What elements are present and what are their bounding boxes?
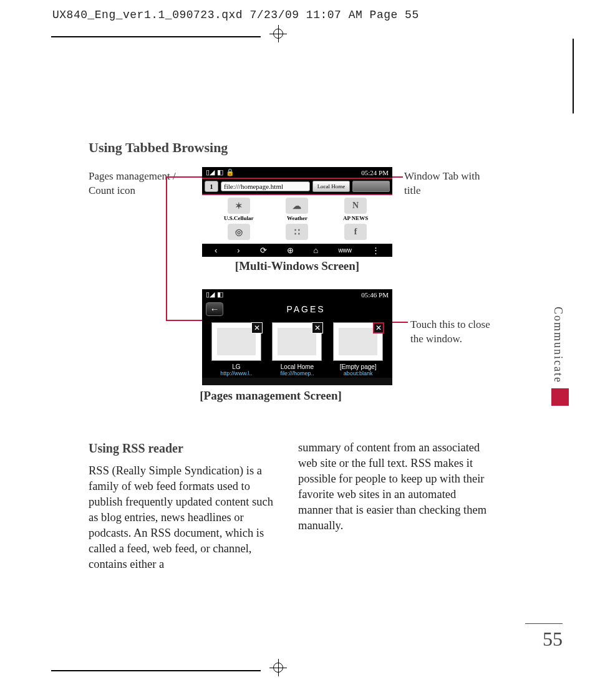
thumb-url: file:///homep.. [272, 370, 322, 376]
star-icon: ✶ [228, 198, 250, 214]
nav-back-icon[interactable]: ‹ [215, 246, 217, 255]
side-tab-label: Communicate [551, 304, 564, 386]
status-clock: 05:24 PM [361, 169, 389, 176]
facebook-icon: f [344, 224, 367, 240]
subsection-heading: Using RSS reader [89, 440, 282, 457]
page-number: 55 [525, 623, 563, 651]
thumb-url: about:blank [333, 370, 383, 376]
zoom-icon[interactable]: ⊕ [287, 246, 294, 255]
multi-windows-screenshot: ▯◢◧🔒 05:24 PM 1 file:///homepage.html Lo… [202, 167, 392, 256]
home-tile[interactable]: ∷ [269, 224, 326, 241]
thumb-url: http://www.l.. [211, 370, 261, 376]
nav-forward-icon[interactable]: › [237, 246, 239, 255]
thumb-title: LG [211, 363, 261, 370]
home-tile[interactable]: f [327, 224, 384, 241]
status-clock: 05:46 PM [361, 291, 389, 299]
section-side-tab: Communicate [551, 304, 569, 406]
pages-title: PAGES [223, 304, 389, 314]
crop-marks-top [51, 29, 570, 44]
weather-icon: ☁ [286, 198, 308, 214]
thumb-title: [Empty page] [333, 363, 383, 370]
caption-multi-windows: [Multi-Windows Screen] [202, 259, 392, 273]
status-icons: ▯◢◧🔒 [206, 168, 237, 176]
window-tab-active[interactable]: Local Home [312, 181, 350, 192]
page-thumb[interactable]: ✕ [Empty page]about:blank [333, 322, 383, 376]
tile-label: U.S.Cellular [224, 215, 254, 221]
menu-icon[interactable]: ⋮ [372, 246, 380, 255]
page-count-button[interactable]: 1 [205, 181, 218, 192]
browser-toolbar: ‹ › ⟳ ⊕ ⌂ www ⋮ [202, 244, 392, 257]
pages-management-screenshot: ▯◢◧ 05:46 PM ← PAGES ✕ LGhttp://www.l.. [202, 289, 392, 385]
registration-target-icon [269, 25, 287, 42]
close-icon[interactable]: ✕ [373, 322, 384, 333]
home-tile[interactable]: NAP NEWS [327, 198, 384, 221]
tile-label: Weather [287, 215, 307, 221]
callout-line [166, 320, 203, 321]
callout-line [166, 176, 203, 178]
callout-line [166, 176, 167, 320]
generic-icon: ◎ [228, 224, 250, 240]
callout-line [390, 176, 403, 178]
body-paragraph: RSS (Really Simple Syndication) is a fam… [89, 463, 282, 572]
crop-mark-right [573, 39, 574, 113]
status-icons: ▯◢◧ [206, 290, 226, 299]
back-button[interactable]: ← [206, 302, 223, 316]
thumb-title: Local Home [272, 363, 322, 370]
news-icon: N [344, 198, 367, 214]
print-job-header: UX840_Eng_ver1.1_090723.qxd 7/23/09 11:0… [52, 9, 583, 21]
caption-pages-mgmt: [Pages management Screen] [165, 389, 377, 403]
callout-pages-mgmt: Pages management / Count icon [89, 170, 182, 198]
home-tile[interactable]: ✶U.S.Cellular [211, 198, 267, 221]
tile-label: AP NEWS [343, 215, 368, 221]
side-tab-indicator [551, 388, 569, 406]
callout-window-tab: Window Tab with title [404, 170, 498, 198]
body-paragraph: summary of content from an associated we… [298, 440, 491, 534]
crop-marks-bottom [51, 663, 570, 680]
home-tile[interactable]: ☁Weather [269, 198, 326, 221]
close-icon[interactable]: ✕ [312, 322, 323, 333]
reload-icon[interactable]: ⟳ [260, 246, 267, 255]
page-thumb[interactable]: ✕ Local Homefile:///homep.. [272, 322, 322, 376]
window-tab-blank[interactable] [352, 181, 390, 192]
home-grid: ✶U.S.Cellular ☁Weather NAP NEWS ◎ ∷ f [202, 195, 392, 244]
callout-close-window: Touch this to close the window. [410, 318, 504, 347]
home-tile[interactable]: ◎ [211, 224, 267, 241]
generic-icon: ∷ [286, 224, 308, 240]
home-icon[interactable]: ⌂ [314, 246, 319, 255]
page-thumb[interactable]: ✕ LGhttp://www.l.. [211, 322, 261, 376]
section-heading: Using Tabbed Browsing [89, 140, 531, 156]
www-button[interactable]: www [338, 247, 352, 254]
registration-target-icon [269, 659, 287, 676]
close-icon[interactable]: ✕ [251, 322, 263, 333]
address-bar[interactable]: file:///homepage.html [221, 181, 310, 191]
